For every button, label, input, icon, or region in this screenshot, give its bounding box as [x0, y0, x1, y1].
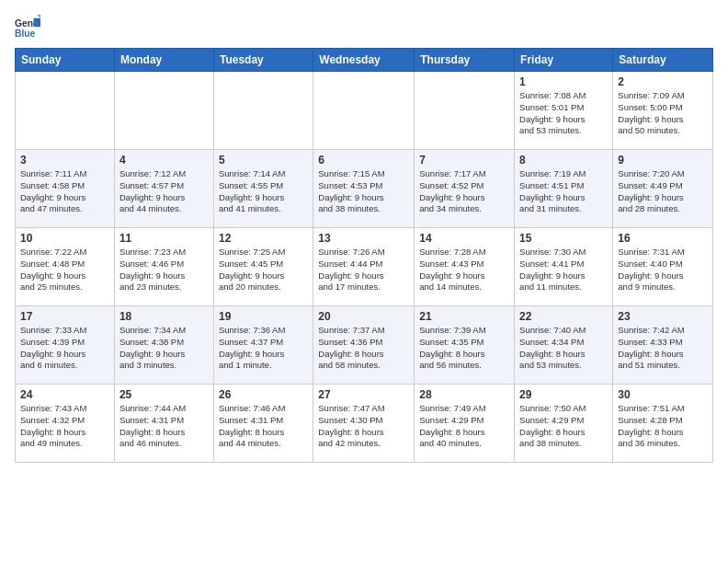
page-header: General Blue — [15, 15, 713, 40]
day-number: 9 — [618, 154, 708, 167]
day-number: 3 — [20, 154, 109, 167]
calendar-week-5: 24Sunrise: 7:43 AM Sunset: 4:32 PM Dayli… — [16, 385, 713, 463]
calendar-cell: 30Sunrise: 7:51 AM Sunset: 4:28 PM Dayli… — [613, 385, 713, 463]
header-tuesday: Tuesday — [213, 49, 313, 72]
day-info: Sunrise: 7:44 AM Sunset: 4:31 PM Dayligh… — [119, 403, 209, 450]
day-info: Sunrise: 7:51 AM Sunset: 4:28 PM Dayligh… — [618, 403, 708, 450]
day-number: 27 — [318, 388, 409, 401]
day-number: 2 — [618, 75, 708, 88]
day-info: Sunrise: 7:43 AM Sunset: 4:32 PM Dayligh… — [20, 403, 109, 450]
calendar-cell: 22Sunrise: 7:40 AM Sunset: 4:34 PM Dayli… — [515, 306, 613, 385]
day-info: Sunrise: 7:33 AM Sunset: 4:39 PM Dayligh… — [20, 325, 109, 372]
day-info: Sunrise: 7:40 AM Sunset: 4:34 PM Dayligh… — [519, 325, 608, 372]
day-number: 13 — [318, 232, 409, 245]
calendar-cell: 28Sunrise: 7:49 AM Sunset: 4:29 PM Dayli… — [415, 385, 515, 463]
day-number: 14 — [419, 232, 509, 245]
calendar-cell: 15Sunrise: 7:30 AM Sunset: 4:41 PM Dayli… — [515, 228, 613, 306]
calendar-week-2: 3Sunrise: 7:11 AM Sunset: 4:58 PM Daylig… — [16, 150, 713, 228]
calendar-cell: 29Sunrise: 7:50 AM Sunset: 4:29 PM Dayli… — [515, 385, 613, 463]
day-number: 21 — [419, 310, 509, 323]
calendar-cell: 7Sunrise: 7:17 AM Sunset: 4:52 PM Daylig… — [415, 150, 515, 228]
calendar-cell — [313, 72, 415, 150]
calendar-cell: 13Sunrise: 7:26 AM Sunset: 4:44 PM Dayli… — [313, 228, 415, 306]
day-number: 8 — [519, 154, 608, 167]
header-sunday: Sunday — [16, 49, 115, 72]
svg-text:Blue: Blue — [15, 29, 36, 39]
day-number: 23 — [618, 310, 708, 323]
day-info: Sunrise: 7:30 AM Sunset: 4:41 PM Dayligh… — [519, 247, 608, 293]
day-info: Sunrise: 7:26 AM Sunset: 4:44 PM Dayligh… — [318, 247, 409, 293]
day-info: Sunrise: 7:36 AM Sunset: 4:37 PM Dayligh… — [219, 325, 308, 372]
calendar-cell: 24Sunrise: 7:43 AM Sunset: 4:32 PM Dayli… — [16, 385, 115, 463]
calendar-week-4: 17Sunrise: 7:33 AM Sunset: 4:39 PM Dayli… — [16, 306, 713, 385]
calendar-cell: 5Sunrise: 7:14 AM Sunset: 4:55 PM Daylig… — [213, 150, 313, 228]
calendar-cell: 17Sunrise: 7:33 AM Sunset: 4:39 PM Dayli… — [16, 306, 115, 385]
day-info: Sunrise: 7:17 AM Sunset: 4:52 PM Dayligh… — [419, 168, 509, 215]
day-info: Sunrise: 7:50 AM Sunset: 4:29 PM Dayligh… — [519, 403, 608, 450]
day-number: 30 — [618, 388, 708, 401]
calendar-cell: 14Sunrise: 7:28 AM Sunset: 4:43 PM Dayli… — [415, 228, 515, 306]
calendar-cell: 19Sunrise: 7:36 AM Sunset: 4:37 PM Dayli… — [213, 306, 313, 385]
day-info: Sunrise: 7:22 AM Sunset: 4:48 PM Dayligh… — [20, 247, 109, 293]
day-info: Sunrise: 7:15 AM Sunset: 4:53 PM Dayligh… — [318, 168, 409, 215]
day-info: Sunrise: 7:19 AM Sunset: 4:51 PM Dayligh… — [519, 168, 608, 215]
day-info: Sunrise: 7:25 AM Sunset: 4:45 PM Dayligh… — [219, 247, 308, 293]
calendar-cell: 2Sunrise: 7:09 AM Sunset: 5:00 PM Daylig… — [613, 72, 713, 150]
day-number: 22 — [519, 310, 608, 323]
header-thursday: Thursday — [415, 49, 515, 72]
day-number: 17 — [20, 310, 109, 323]
calendar-cell: 18Sunrise: 7:34 AM Sunset: 4:38 PM Dayli… — [114, 306, 213, 385]
svg-marker-2 — [34, 18, 40, 27]
header-monday: Monday — [114, 49, 213, 72]
calendar-cell — [16, 72, 115, 150]
day-info: Sunrise: 7:42 AM Sunset: 4:33 PM Dayligh… — [618, 325, 708, 372]
day-info: Sunrise: 7:08 AM Sunset: 5:01 PM Dayligh… — [519, 90, 608, 137]
day-number: 28 — [419, 388, 509, 401]
calendar-cell: 20Sunrise: 7:37 AM Sunset: 4:36 PM Dayli… — [313, 306, 415, 385]
calendar-cell: 4Sunrise: 7:12 AM Sunset: 4:57 PM Daylig… — [114, 150, 213, 228]
day-number: 29 — [519, 388, 608, 401]
day-number: 18 — [119, 310, 209, 323]
day-number: 16 — [618, 232, 708, 245]
day-number: 10 — [20, 232, 109, 245]
calendar-cell: 3Sunrise: 7:11 AM Sunset: 4:58 PM Daylig… — [16, 150, 115, 228]
calendar-table: SundayMondayTuesdayWednesdayThursdayFrid… — [15, 48, 713, 463]
day-info: Sunrise: 7:31 AM Sunset: 4:40 PM Dayligh… — [618, 247, 708, 293]
calendar-week-3: 10Sunrise: 7:22 AM Sunset: 4:48 PM Dayli… — [16, 228, 713, 306]
calendar-cell: 1Sunrise: 7:08 AM Sunset: 5:01 PM Daylig… — [515, 72, 613, 150]
header-friday: Friday — [515, 49, 613, 72]
header-wednesday: Wednesday — [313, 49, 415, 72]
day-number: 26 — [219, 388, 308, 401]
day-number: 20 — [318, 310, 409, 323]
day-info: Sunrise: 7:47 AM Sunset: 4:30 PM Dayligh… — [318, 403, 409, 450]
calendar-cell — [415, 72, 515, 150]
calendar-week-1: 1Sunrise: 7:08 AM Sunset: 5:01 PM Daylig… — [16, 72, 713, 150]
day-number: 7 — [419, 154, 509, 167]
day-info: Sunrise: 7:20 AM Sunset: 4:49 PM Dayligh… — [618, 168, 708, 215]
day-info: Sunrise: 7:28 AM Sunset: 4:43 PM Dayligh… — [419, 247, 509, 293]
day-info: Sunrise: 7:49 AM Sunset: 4:29 PM Dayligh… — [419, 403, 509, 450]
calendar-cell — [114, 72, 213, 150]
calendar-cell: 12Sunrise: 7:25 AM Sunset: 4:45 PM Dayli… — [213, 228, 313, 306]
day-info: Sunrise: 7:39 AM Sunset: 4:35 PM Dayligh… — [419, 325, 509, 372]
day-number: 15 — [519, 232, 608, 245]
day-info: Sunrise: 7:11 AM Sunset: 4:58 PM Dayligh… — [20, 168, 109, 215]
day-info: Sunrise: 7:12 AM Sunset: 4:57 PM Dayligh… — [119, 168, 209, 215]
day-number: 1 — [519, 75, 608, 88]
calendar-cell: 25Sunrise: 7:44 AM Sunset: 4:31 PM Dayli… — [114, 385, 213, 463]
calendar-cell: 27Sunrise: 7:47 AM Sunset: 4:30 PM Dayli… — [313, 385, 415, 463]
day-info: Sunrise: 7:34 AM Sunset: 4:38 PM Dayligh… — [119, 325, 209, 372]
calendar-cell: 21Sunrise: 7:39 AM Sunset: 4:35 PM Dayli… — [415, 306, 515, 385]
day-number: 19 — [219, 310, 308, 323]
day-info: Sunrise: 7:14 AM Sunset: 4:55 PM Dayligh… — [219, 168, 308, 215]
calendar-cell: 26Sunrise: 7:46 AM Sunset: 4:31 PM Dayli… — [213, 385, 313, 463]
calendar-cell — [213, 72, 313, 150]
calendar-cell: 16Sunrise: 7:31 AM Sunset: 4:40 PM Dayli… — [613, 228, 713, 306]
calendar-cell: 6Sunrise: 7:15 AM Sunset: 4:53 PM Daylig… — [313, 150, 415, 228]
day-info: Sunrise: 7:46 AM Sunset: 4:31 PM Dayligh… — [219, 403, 308, 450]
logo: General Blue — [15, 15, 40, 40]
day-number: 6 — [318, 154, 409, 167]
day-info: Sunrise: 7:37 AM Sunset: 4:36 PM Dayligh… — [318, 325, 409, 372]
header-saturday: Saturday — [613, 49, 713, 72]
day-info: Sunrise: 7:09 AM Sunset: 5:00 PM Dayligh… — [618, 90, 708, 137]
